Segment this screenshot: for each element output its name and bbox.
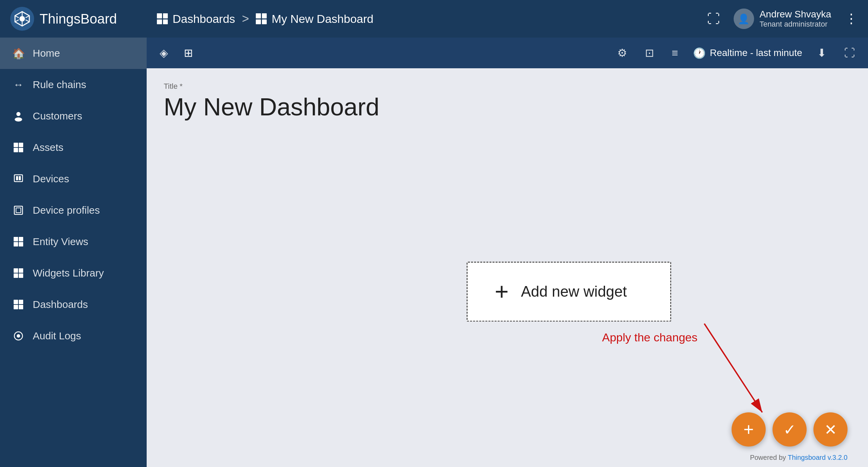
sidebar-item-devices[interactable]: Devices <box>0 163 147 195</box>
sidebar-item-dashboards[interactable]: Dashboards <box>0 289 147 320</box>
logo-area: ThingsBoard <box>10 7 157 31</box>
thingsboard-link[interactable]: Thingsboard v.3.2.0 <box>788 454 848 461</box>
clock-icon: 🕐 <box>693 47 706 59</box>
fullscreen-icon[interactable]: ⛶ <box>707 12 720 26</box>
fab-close-button[interactable]: ✕ <box>813 412 848 447</box>
grid-view-icon[interactable]: ⊞ <box>181 44 196 62</box>
customers-icon <box>12 110 25 122</box>
svg-rect-11 <box>19 143 23 147</box>
svg-rect-18 <box>16 208 21 213</box>
sidebar-item-home[interactable]: 🏠 Home <box>0 38 147 69</box>
main-content: Title * My New Dashboard + Add new widge… <box>147 68 868 467</box>
manage-icon[interactable]: ⊡ <box>642 44 657 62</box>
add-widget-button[interactable]: + Add new widget <box>467 261 671 322</box>
svg-rect-28 <box>19 300 23 304</box>
svg-rect-13 <box>19 148 23 152</box>
svg-point-1 <box>19 16 25 22</box>
user-area: 👤 Andrew Shvayka Tenant administrator <box>734 9 831 29</box>
dashboards-icon <box>157 13 168 24</box>
apply-annotation: Apply the changes <box>602 331 697 344</box>
entity-views-icon <box>12 236 25 248</box>
toolbar-right: ⚙ ⊡ ≡ 🕐 Realtime - last minute ⬇ ⛶ <box>615 44 858 62</box>
check-icon: ✓ <box>783 421 796 438</box>
sidebar-item-customers[interactable]: Customers <box>0 100 147 132</box>
user-name: Andrew Shvayka <box>760 9 831 20</box>
current-dash-icon <box>256 13 267 24</box>
svg-line-7 <box>15 20 19 22</box>
breadcrumb: Dashboards > My New Dashboard <box>157 12 707 26</box>
realtime-selector[interactable]: 🕐 Realtime - last minute <box>693 47 802 59</box>
svg-rect-17 <box>14 206 23 214</box>
top-navbar: ThingsBoard Dashboards > My New Dashboar… <box>0 0 868 38</box>
svg-rect-21 <box>14 242 18 246</box>
fab-add-button[interactable]: + <box>732 412 766 447</box>
layers-icon[interactable]: ◈ <box>157 44 171 62</box>
top-right: ⛶ 👤 Andrew Shvayka Tenant administrator … <box>707 9 858 29</box>
sidebar: 🏠 Home ↔ Rule chains Customers Assets De… <box>0 0 147 467</box>
svg-rect-22 <box>19 242 23 246</box>
devices-icon <box>12 173 25 185</box>
audit-logs-icon <box>12 330 25 342</box>
svg-rect-12 <box>14 148 18 152</box>
svg-rect-16 <box>19 176 21 180</box>
close-icon: ✕ <box>824 421 837 438</box>
more-icon[interactable]: ⋮ <box>845 11 858 26</box>
dashboard-title: My New Dashboard <box>164 93 851 121</box>
settings-icon[interactable]: ⚙ <box>615 44 630 62</box>
filter-icon[interactable]: ≡ <box>669 44 681 62</box>
device-profiles-icon <box>12 204 25 216</box>
user-role: Tenant administrator <box>760 20 831 29</box>
home-icon: 🏠 <box>12 47 25 59</box>
plus-icon: + <box>495 280 509 303</box>
assets-icon <box>12 141 25 154</box>
expand-icon[interactable]: ⛶ <box>841 44 858 62</box>
sidebar-item-entity-views[interactable]: Entity Views <box>0 226 147 257</box>
breadcrumb-separator: > <box>242 12 249 26</box>
title-label: Title * <box>164 82 851 91</box>
logo-icon <box>10 7 34 31</box>
svg-line-4 <box>15 16 19 18</box>
svg-line-34 <box>704 324 762 412</box>
svg-rect-30 <box>19 305 23 309</box>
fab-area: + ✓ ✕ <box>732 412 848 447</box>
svg-point-32 <box>17 334 20 338</box>
svg-rect-29 <box>14 305 18 309</box>
sidebar-item-assets[interactable]: Assets <box>0 132 147 163</box>
svg-rect-25 <box>14 273 18 278</box>
svg-rect-14 <box>14 175 23 182</box>
secondary-toolbar: ◈ ⊞ ⚙ ⊡ ≡ 🕐 Realtime - last minute ⬇ ⛶ <box>147 38 868 68</box>
svg-rect-19 <box>14 237 18 241</box>
svg-rect-15 <box>16 176 18 180</box>
sidebar-item-widgets-library[interactable]: Widgets Library <box>0 257 147 289</box>
rule-chains-icon: ↔ <box>12 79 25 91</box>
powered-by: Powered by Thingsboard v.3.2.0 <box>750 454 848 462</box>
svg-line-5 <box>26 20 29 22</box>
breadcrumb-dashboards[interactable]: Dashboards <box>157 12 235 26</box>
sidebar-item-audit-logs[interactable]: Audit Logs <box>0 320 147 352</box>
fab-check-button[interactable]: ✓ <box>773 412 807 447</box>
toolbar-left: ◈ ⊞ <box>157 44 196 62</box>
download-icon[interactable]: ⬇ <box>814 44 829 62</box>
breadcrumb-current: My New Dashboard <box>256 12 373 26</box>
avatar: 👤 <box>734 9 754 29</box>
svg-point-8 <box>16 112 20 116</box>
app-name: ThingsBoard <box>40 11 117 27</box>
svg-point-9 <box>15 117 22 122</box>
widgets-icon <box>12 267 25 279</box>
dashboards-nav-icon <box>12 298 25 311</box>
svg-rect-27 <box>14 300 18 304</box>
sidebar-item-device-profiles[interactable]: Device profiles <box>0 195 147 226</box>
user-info: Andrew Shvayka Tenant administrator <box>760 9 831 29</box>
sidebar-item-rule-chains[interactable]: ↔ Rule chains <box>0 69 147 100</box>
svg-rect-26 <box>19 273 23 278</box>
svg-rect-10 <box>14 143 18 147</box>
svg-line-6 <box>26 16 29 18</box>
add-widget-container: + Add new widget <box>467 261 671 322</box>
svg-rect-20 <box>19 237 23 241</box>
svg-rect-24 <box>19 268 23 273</box>
svg-rect-23 <box>14 268 18 273</box>
